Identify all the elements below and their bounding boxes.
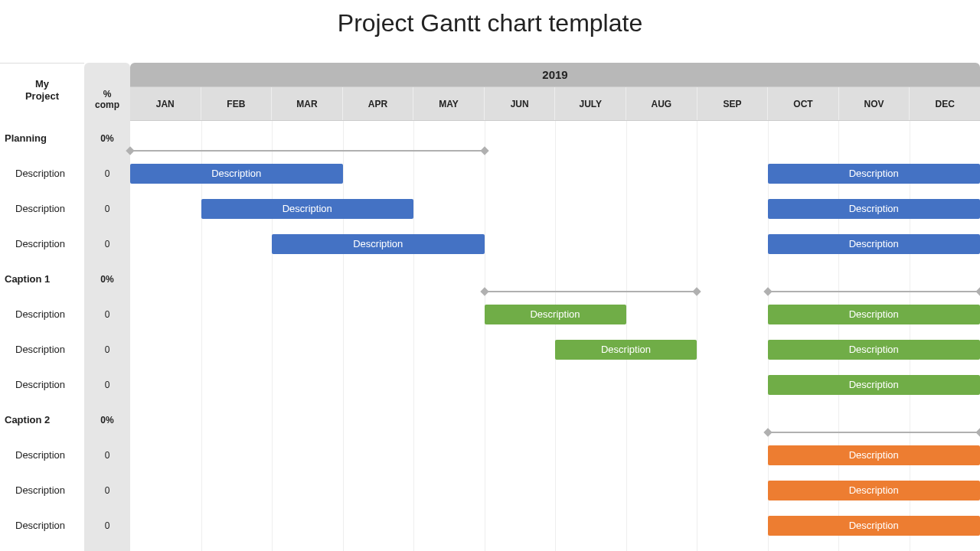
percent-complete-value: 0 — [84, 191, 130, 227]
month-header-nov: NOV — [839, 87, 910, 120]
page-title: Project Gantt chart template — [0, 0, 980, 51]
task-label: Description — [0, 156, 84, 191]
group-label: Planning — [0, 121, 84, 156]
task-label: Description — [0, 227, 84, 262]
task-label: Description — [0, 191, 84, 227]
month-header-may: MAY — [413, 87, 485, 120]
month-header-apr: APR — [343, 87, 414, 120]
percent-complete-value: 0 — [84, 332, 130, 367]
month-header-feb: FEB — [201, 87, 273, 120]
project-header: My Project — [0, 63, 84, 121]
group-label: Caption 2 — [0, 403, 84, 438]
month-header-oct: OCT — [768, 87, 839, 120]
month-headers: JANFEBMARAPRMAYJUNJULYAUGSEPOCTNOVDEC — [130, 87, 980, 121]
month-header-mar: MAR — [272, 87, 343, 120]
percent-complete-value: 0% — [84, 121, 130, 156]
percent-complete-value: 0% — [84, 262, 130, 297]
percent-complete-value: 0 — [84, 227, 130, 262]
percent-complete-header: % comp — [84, 63, 130, 121]
row-labels-column: My Project — [0, 63, 84, 121]
percent-complete-value: 0 — [84, 438, 130, 473]
percent-complete-value: 0 — [84, 367, 130, 403]
month-header-july: JULY — [555, 87, 626, 120]
year-header: 2019 — [130, 63, 980, 87]
group-label: Caption 1 — [0, 262, 84, 297]
percent-complete-value: 0 — [84, 508, 130, 543]
task-label: Description — [0, 367, 84, 403]
percent-complete-value: 0 — [84, 156, 130, 191]
percent-complete-value: 0 — [84, 473, 130, 508]
task-label: Description — [0, 438, 84, 473]
month-header-aug: AUG — [626, 87, 697, 120]
task-label: Description — [0, 297, 84, 332]
month-header-jan: JAN — [130, 87, 201, 120]
month-header-dec: DEC — [910, 87, 980, 120]
task-label: Description — [0, 332, 84, 367]
row-area: Planning0%Description0Description0Descri… — [0, 121, 980, 551]
percent-complete-value: 0 — [84, 297, 130, 332]
month-header-jun: JUN — [485, 87, 556, 120]
chart-grid: My Project % comp 2019 JANFEBMARAPRMAYJU… — [0, 63, 980, 551]
percent-complete-value: 0% — [84, 403, 130, 438]
task-label: Description — [0, 508, 84, 543]
month-header-sep: SEP — [697, 87, 769, 120]
gantt-chart: Project Gantt chart template My Project … — [0, 0, 980, 551]
task-label: Description — [0, 473, 84, 508]
